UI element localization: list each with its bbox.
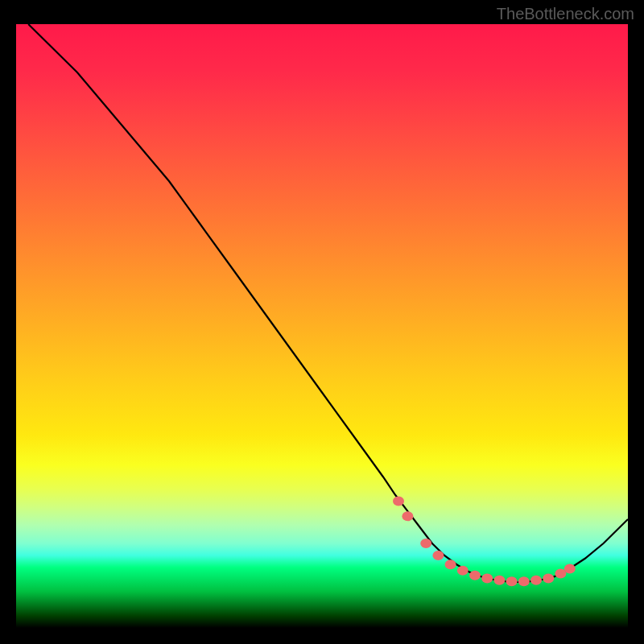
optimal-dot [402, 511, 413, 521]
optimal-dot [543, 574, 554, 584]
optimal-dot [469, 571, 481, 580]
optimal-dot [530, 576, 542, 585]
optimal-zone-dots [393, 497, 576, 587]
optimal-dot [564, 564, 576, 574]
optimal-dot [393, 497, 404, 506]
optimal-dot [432, 551, 444, 560]
optimal-dot [481, 574, 493, 584]
plot-area [16, 24, 628, 628]
optimal-dot [420, 539, 431, 548]
attribution-text: TheBottleneck.com [497, 5, 634, 23]
optimal-dot [493, 576, 505, 585]
optimal-dot [506, 576, 518, 586]
optimal-dot [518, 576, 530, 586]
optimal-dot [445, 559, 456, 569]
bottleneck-curve [28, 24, 628, 582]
optimal-dot [457, 566, 469, 576]
chart-svg [16, 24, 628, 628]
